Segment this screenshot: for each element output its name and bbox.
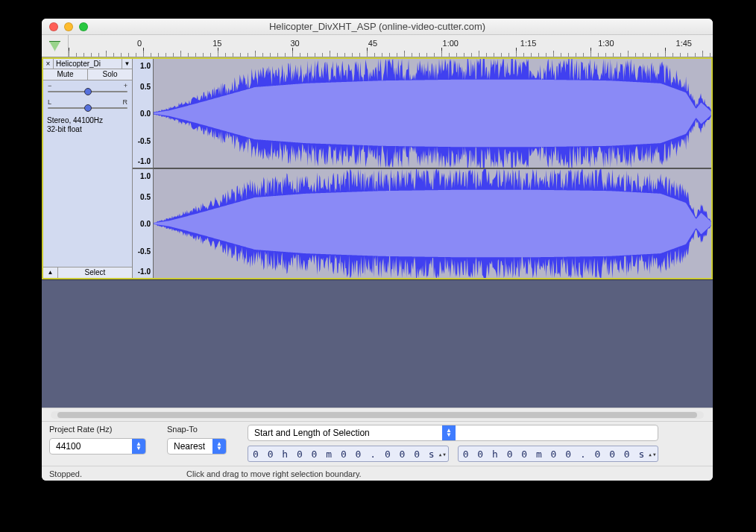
- playhead-well: [42, 35, 69, 57]
- ruler-tick-label: 1:45: [676, 39, 692, 48]
- gain-plus-label: +: [124, 82, 127, 89]
- gain-minus-label: −: [48, 82, 51, 89]
- pan-slider[interactable]: LR: [43, 97, 132, 113]
- spinner-icon[interactable]: ▲▼: [439, 452, 447, 456]
- selection-start-value: 0 0 h 0 0 m 0 0 . 0 0 0 s: [253, 449, 436, 460]
- track-meta: Stereo, 44100Hz 32-bit float: [43, 113, 132, 137]
- solo-button[interactable]: Solo: [88, 69, 132, 80]
- pan-left-label: L: [48, 98, 51, 106]
- selection-start-field[interactable]: 0 0 h 0 0 m 0 0 . 0 0 0 s ▲▼: [248, 446, 449, 462]
- track-area: × Helicopter_Di ▼ Mute Solo −+ LR Stereo…: [42, 57, 713, 279]
- ruler-tick-label: 45: [368, 39, 377, 48]
- scale-label: 1.0: [140, 61, 151, 69]
- track-close-button[interactable]: ×: [43, 59, 54, 69]
- minimize-icon[interactable]: [64, 22, 73, 31]
- transport-state: Stopped.: [49, 469, 82, 478]
- project-rate-label: Project Rate (Hz): [49, 425, 146, 434]
- audacity-window: Helicopter_DivXHT_ASP (online-video-cutt…: [42, 19, 713, 481]
- scale-label: 0.0: [140, 220, 151, 228]
- gain-knob-icon[interactable]: [84, 88, 92, 95]
- chevron-updown-icon: ▲▼: [132, 439, 145, 454]
- selection-length-field[interactable]: 0 0 h 0 0 m 0 0 . 0 0 0 s ▲▼: [458, 446, 659, 462]
- waveform-left[interactable]: [154, 59, 711, 168]
- track-control-panel: × Helicopter_Di ▼ Mute Solo −+ LR Stereo…: [43, 59, 133, 278]
- scale-label: -1.0: [138, 157, 151, 165]
- titlebar: Helicopter_DivXHT_ASP (online-video-cutt…: [42, 19, 713, 35]
- selection-toolbar: Project Rate (Hz) 44100 ▲▼ Snap-To Neare…: [42, 421, 713, 466]
- track-format-line2: 32-bit float: [47, 125, 128, 134]
- snap-to-label: Snap-To: [167, 425, 227, 434]
- snap-to-value: Nearest: [168, 441, 212, 452]
- zoom-icon[interactable]: [79, 22, 88, 31]
- waveform-right[interactable]: [154, 168, 711, 278]
- scale-label: 1.0: [140, 171, 151, 180]
- selection-length-value: 0 0 h 0 0 m 0 0 . 0 0 0 s: [463, 449, 646, 460]
- empty-track-area[interactable]: [42, 279, 713, 408]
- track-menu-button[interactable]: ▼: [122, 59, 132, 69]
- timeline-ruler[interactable]: 01530451:001:151:301:45: [69, 35, 713, 57]
- project-rate-value: 44100: [50, 441, 132, 452]
- ruler-tick-label: 1:15: [520, 39, 536, 48]
- track-collapse-button[interactable]: ▲: [43, 267, 58, 278]
- ruler-tick-label: 15: [212, 39, 221, 48]
- track-title-row: × Helicopter_Di ▼: [43, 59, 132, 69]
- waveform-area[interactable]: [154, 59, 711, 278]
- playhead-icon[interactable]: [49, 41, 61, 51]
- ruler-tick-label: 0: [137, 39, 142, 48]
- window-title: Helicopter_DivXHT_ASP (online-video-cutt…: [42, 21, 713, 32]
- project-rate-select[interactable]: 44100 ▲▼: [49, 438, 146, 455]
- scale-label: 0.0: [140, 110, 151, 118]
- status-bar: Stopped. Click and drag to move right se…: [42, 466, 713, 481]
- scale-label: -1.0: [138, 267, 151, 276]
- scrollbar-thumb[interactable]: [57, 412, 698, 418]
- close-icon[interactable]: [49, 22, 58, 31]
- scale-label: 0.5: [140, 82, 151, 90]
- timeline-ruler-row: 01530451:001:151:301:45: [42, 35, 713, 57]
- ruler-tick-label: 30: [291, 39, 300, 48]
- selection-mode-value: Start and Length of Selection: [248, 428, 442, 438]
- scrollbar-track[interactable]: [51, 411, 704, 419]
- selection-mode-select[interactable]: Start and Length of Selection ▲▼: [248, 425, 658, 441]
- status-hint: Click and drag to move right selection b…: [186, 469, 362, 478]
- track-select-button[interactable]: Select: [58, 267, 132, 278]
- scale-label: 0.5: [140, 192, 151, 200]
- mute-button[interactable]: Mute: [43, 69, 88, 80]
- pan-right-label: R: [123, 98, 128, 106]
- ruler-tick-label: 1:00: [443, 39, 459, 48]
- track-name[interactable]: Helicopter_Di: [54, 59, 122, 69]
- pan-knob-icon[interactable]: [84, 104, 92, 112]
- ruler-tick-label: 1:30: [598, 39, 614, 48]
- snap-to-select[interactable]: Nearest ▲▼: [167, 438, 227, 455]
- window-controls: [49, 22, 88, 31]
- horizontal-scrollbar[interactable]: [42, 408, 713, 421]
- track-format-line1: Stereo, 44100Hz: [47, 116, 128, 125]
- gain-slider[interactable]: −+: [43, 80, 132, 97]
- amplitude-scale[interactable]: 1.00.50.0-0.5-1.0 1.00.50.0-0.5-1.0: [133, 59, 154, 278]
- spinner-icon[interactable]: ▲▼: [649, 452, 656, 456]
- chevron-updown-icon: ▲▼: [442, 425, 456, 440]
- scale-label: -0.5: [138, 247, 151, 255]
- scale-label: -0.5: [138, 136, 151, 145]
- chevron-updown-icon: ▲▼: [212, 439, 226, 454]
